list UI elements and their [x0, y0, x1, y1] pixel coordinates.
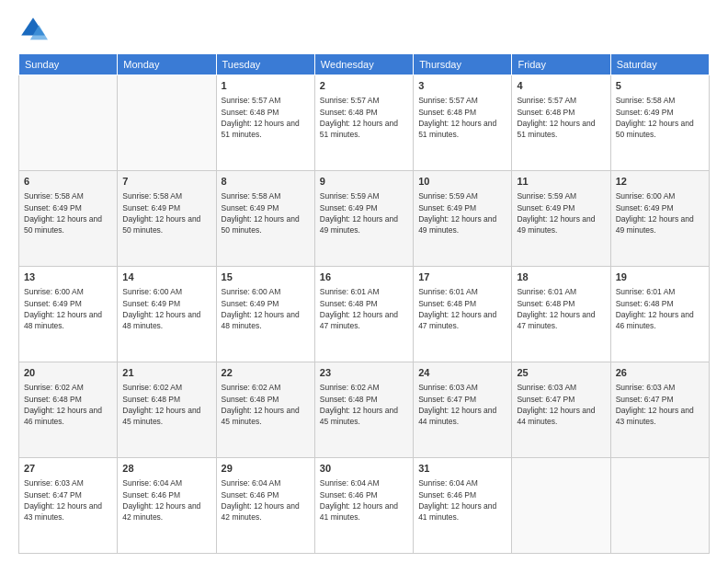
day-number: 30 [320, 462, 408, 476]
calendar-week-row: 1Sunrise: 5:57 AM Sunset: 6:48 PM Daylig… [19, 75, 710, 171]
day-info: Sunrise: 5:59 AM Sunset: 6:49 PM Dayligh… [517, 190, 605, 236]
calendar-cell: 25Sunrise: 6:03 AM Sunset: 6:47 PM Dayli… [512, 362, 610, 458]
calendar-cell: 6Sunrise: 5:58 AM Sunset: 6:49 PM Daylig… [19, 171, 118, 267]
day-info: Sunrise: 6:00 AM Sunset: 6:49 PM Dayligh… [222, 286, 310, 331]
day-number: 16 [320, 270, 408, 284]
day-number: 3 [418, 79, 506, 93]
calendar-week-row: 6Sunrise: 5:58 AM Sunset: 6:49 PM Daylig… [19, 171, 710, 267]
day-number: 5 [616, 79, 704, 93]
calendar-cell [118, 75, 216, 171]
day-info: Sunrise: 5:57 AM Sunset: 6:48 PM Dayligh… [418, 95, 506, 140]
logo-icon [18, 15, 48, 44]
day-info: Sunrise: 5:57 AM Sunset: 6:48 PM Dayligh… [222, 95, 310, 140]
day-number: 10 [418, 175, 506, 189]
day-number: 29 [222, 462, 310, 476]
weekday-header-sunday: Sunday [19, 54, 118, 75]
calendar-cell: 11Sunrise: 5:59 AM Sunset: 6:49 PM Dayli… [512, 171, 610, 267]
header [18, 15, 710, 44]
calendar-cell: 21Sunrise: 6:02 AM Sunset: 6:48 PM Dayli… [118, 362, 216, 458]
day-info: Sunrise: 6:00 AM Sunset: 6:49 PM Dayligh… [24, 286, 112, 331]
calendar-cell: 8Sunrise: 5:58 AM Sunset: 6:49 PM Daylig… [216, 171, 314, 267]
day-info: Sunrise: 6:01 AM Sunset: 6:48 PM Dayligh… [320, 286, 408, 331]
day-info: Sunrise: 5:59 AM Sunset: 6:49 PM Dayligh… [418, 190, 506, 236]
calendar-cell: 1Sunrise: 5:57 AM Sunset: 6:48 PM Daylig… [216, 75, 314, 171]
calendar-cell [19, 75, 118, 171]
day-number: 31 [418, 462, 506, 476]
weekday-header-wednesday: Wednesday [314, 54, 413, 75]
day-info: Sunrise: 6:03 AM Sunset: 6:47 PM Dayligh… [616, 382, 704, 427]
day-number: 14 [122, 270, 210, 284]
day-number: 17 [418, 270, 506, 284]
calendar-cell: 22Sunrise: 6:02 AM Sunset: 6:48 PM Dayli… [216, 362, 314, 458]
day-number: 6 [24, 175, 112, 189]
calendar-cell [610, 458, 709, 554]
day-info: Sunrise: 5:58 AM Sunset: 6:49 PM Dayligh… [222, 190, 310, 236]
calendar-cell: 31Sunrise: 6:04 AM Sunset: 6:46 PM Dayli… [414, 458, 512, 554]
calendar-cell: 2Sunrise: 5:57 AM Sunset: 6:48 PM Daylig… [314, 75, 413, 171]
calendar-cell: 7Sunrise: 5:58 AM Sunset: 6:49 PM Daylig… [118, 171, 216, 267]
day-number: 11 [517, 175, 605, 189]
calendar-cell: 20Sunrise: 6:02 AM Sunset: 6:48 PM Dayli… [19, 362, 118, 458]
calendar-week-row: 20Sunrise: 6:02 AM Sunset: 6:48 PM Dayli… [19, 362, 710, 458]
day-info: Sunrise: 6:02 AM Sunset: 6:48 PM Dayligh… [122, 382, 210, 427]
day-info: Sunrise: 5:58 AM Sunset: 6:49 PM Dayligh… [122, 190, 210, 236]
day-number: 8 [222, 175, 310, 189]
calendar-cell: 14Sunrise: 6:00 AM Sunset: 6:49 PM Dayli… [118, 267, 216, 362]
calendar-cell: 9Sunrise: 5:59 AM Sunset: 6:49 PM Daylig… [314, 171, 413, 267]
day-info: Sunrise: 5:59 AM Sunset: 6:49 PM Dayligh… [320, 190, 408, 236]
day-info: Sunrise: 6:03 AM Sunset: 6:47 PM Dayligh… [24, 477, 112, 523]
day-number: 23 [320, 366, 408, 380]
day-number: 24 [418, 366, 506, 380]
calendar-cell [512, 458, 610, 554]
calendar-cell: 17Sunrise: 6:01 AM Sunset: 6:48 PM Dayli… [414, 267, 512, 362]
calendar-cell: 23Sunrise: 6:02 AM Sunset: 6:48 PM Dayli… [314, 362, 413, 458]
day-number: 28 [122, 462, 210, 476]
day-number: 25 [517, 366, 605, 380]
weekday-header-thursday: Thursday [414, 54, 512, 75]
calendar-cell: 29Sunrise: 6:04 AM Sunset: 6:46 PM Dayli… [216, 458, 314, 554]
calendar-cell: 18Sunrise: 6:01 AM Sunset: 6:48 PM Dayli… [512, 267, 610, 362]
logo [18, 15, 51, 44]
day-info: Sunrise: 5:57 AM Sunset: 6:48 PM Dayligh… [320, 95, 408, 140]
day-info: Sunrise: 6:02 AM Sunset: 6:48 PM Dayligh… [222, 382, 310, 427]
day-number: 15 [222, 270, 310, 284]
day-number: 9 [320, 175, 408, 189]
day-number: 12 [616, 175, 704, 189]
calendar-cell: 28Sunrise: 6:04 AM Sunset: 6:46 PM Dayli… [118, 458, 216, 554]
calendar-cell: 13Sunrise: 6:00 AM Sunset: 6:49 PM Dayli… [19, 267, 118, 362]
calendar-week-row: 27Sunrise: 6:03 AM Sunset: 6:47 PM Dayli… [19, 458, 710, 554]
day-number: 4 [517, 79, 605, 93]
calendar-cell: 26Sunrise: 6:03 AM Sunset: 6:47 PM Dayli… [610, 362, 709, 458]
calendar-cell: 12Sunrise: 6:00 AM Sunset: 6:49 PM Dayli… [610, 171, 709, 267]
weekday-header-row: SundayMondayTuesdayWednesdayThursdayFrid… [19, 54, 710, 75]
day-number: 1 [222, 79, 310, 93]
day-info: Sunrise: 6:01 AM Sunset: 6:48 PM Dayligh… [517, 286, 605, 331]
weekday-header-saturday: Saturday [610, 54, 709, 75]
day-info: Sunrise: 6:01 AM Sunset: 6:48 PM Dayligh… [616, 286, 704, 331]
day-info: Sunrise: 6:02 AM Sunset: 6:48 PM Dayligh… [24, 382, 112, 427]
day-number: 7 [122, 175, 210, 189]
day-info: Sunrise: 6:04 AM Sunset: 6:46 PM Dayligh… [320, 477, 408, 523]
day-info: Sunrise: 6:03 AM Sunset: 6:47 PM Dayligh… [517, 382, 605, 427]
day-number: 27 [24, 462, 112, 476]
day-info: Sunrise: 6:04 AM Sunset: 6:46 PM Dayligh… [122, 477, 210, 523]
day-number: 26 [616, 366, 704, 380]
weekday-header-tuesday: Tuesday [216, 54, 314, 75]
calendar-cell: 15Sunrise: 6:00 AM Sunset: 6:49 PM Dayli… [216, 267, 314, 362]
calendar-cell: 4Sunrise: 5:57 AM Sunset: 6:48 PM Daylig… [512, 75, 610, 171]
day-info: Sunrise: 6:03 AM Sunset: 6:47 PM Dayligh… [418, 382, 506, 427]
calendar-cell: 16Sunrise: 6:01 AM Sunset: 6:48 PM Dayli… [314, 267, 413, 362]
calendar-cell: 30Sunrise: 6:04 AM Sunset: 6:46 PM Dayli… [314, 458, 413, 554]
calendar-cell: 5Sunrise: 5:58 AM Sunset: 6:49 PM Daylig… [610, 75, 709, 171]
calendar-table: SundayMondayTuesdayWednesdayThursdayFrid… [18, 53, 710, 554]
calendar-cell: 24Sunrise: 6:03 AM Sunset: 6:47 PM Dayli… [414, 362, 512, 458]
calendar-cell: 10Sunrise: 5:59 AM Sunset: 6:49 PM Dayli… [414, 171, 512, 267]
calendar-week-row: 13Sunrise: 6:00 AM Sunset: 6:49 PM Dayli… [19, 267, 710, 362]
day-number: 22 [222, 366, 310, 380]
day-info: Sunrise: 6:01 AM Sunset: 6:48 PM Dayligh… [418, 286, 506, 331]
day-number: 18 [517, 270, 605, 284]
day-number: 21 [122, 366, 210, 380]
day-number: 13 [24, 270, 112, 284]
day-number: 20 [24, 366, 112, 380]
day-info: Sunrise: 5:58 AM Sunset: 6:49 PM Dayligh… [616, 95, 704, 140]
